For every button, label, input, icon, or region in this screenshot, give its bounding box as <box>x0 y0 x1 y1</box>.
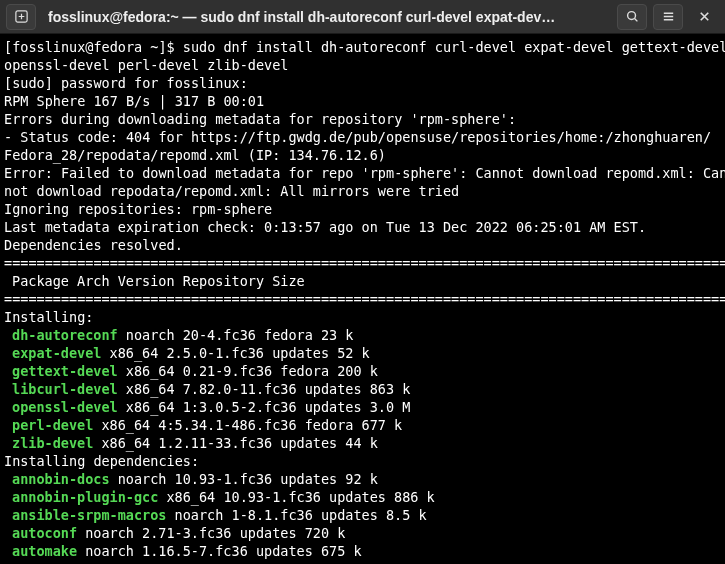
plus-icon <box>14 9 29 24</box>
svg-point-1 <box>627 12 635 20</box>
package-row: zlib-devel x86_64 1.2.11-33.fc36 updates… <box>4 434 721 452</box>
col-package: Package <box>4 273 69 289</box>
rpm-sphere-status: RPM Sphere 167 B/s | 317 B 00:01 <box>4 92 721 110</box>
dep-row: annobin-plugin-gcc x86_64 10.93-1.fc36 u… <box>4 488 721 506</box>
installing-header: Installing: <box>4 308 721 326</box>
table-header: Package Arch Version Repository Size <box>4 272 721 290</box>
package-row: gettext-devel x86_64 0.21-9.fc36 fedora … <box>4 362 721 380</box>
error-line: Error: Failed to download metadata for r… <box>4 164 721 182</box>
command-continuation: openssl-devel perl-devel zlib-devel <box>4 56 721 74</box>
package-name: autoconf <box>12 525 77 541</box>
package-row: libcurl-devel x86_64 7.82.0-11.fc36 upda… <box>4 380 721 398</box>
dep-row: ansible-srpm-macros noarch 1-8.1.fc36 up… <box>4 506 721 524</box>
package-name: automake <box>12 543 77 559</box>
package-name: perl-devel <box>12 417 93 433</box>
prompt-line: [fosslinux@fedora ~]$ sudo dnf install d… <box>4 38 721 56</box>
package-name: annobin-plugin-gcc <box>12 489 158 505</box>
package-name: ansible-srpm-macros <box>12 507 166 523</box>
dep-row: autoconf noarch 2.71-3.fc36 updates 720 … <box>4 524 721 542</box>
error-line: not download repodata/repomd.xml: All mi… <box>4 182 721 200</box>
dep-row: automake noarch 1.16.5-7.fc36 updates 67… <box>4 542 721 560</box>
terminal-output[interactable]: [fosslinux@fedora ~]$ sudo dnf install d… <box>0 34 725 564</box>
sudo-prompt: [sudo] password for fosslinux: <box>4 74 721 92</box>
error-line: Errors during downloading metadata for r… <box>4 110 721 128</box>
col-repository: Repository <box>183 273 264 289</box>
window-titlebar: fosslinux@fedora:~ — sudo dnf install dh… <box>0 0 725 34</box>
package-row: dh-autoreconf noarch 20-4.fc36 fedora 23… <box>4 326 721 344</box>
package-name: expat-devel <box>12 345 101 361</box>
menu-button[interactable] <box>653 4 683 30</box>
col-arch: Arch <box>77 273 110 289</box>
dep-resolved: Dependencies resolved. <box>4 236 721 254</box>
package-name: zlib-devel <box>12 435 93 451</box>
ignore-line: Ignoring repositories: rpm-sphere <box>4 200 721 218</box>
window-title: fosslinux@fedora:~ — sudo dnf install dh… <box>42 9 611 25</box>
package-name: dh-autoreconf <box>12 327 118 343</box>
search-icon <box>625 9 640 24</box>
metadata-check: Last metadata expiration check: 0:13:57 … <box>4 218 721 236</box>
hamburger-icon <box>661 9 676 24</box>
package-row: perl-devel x86_64 4:5.34.1-486.fc36 fedo… <box>4 416 721 434</box>
installing-deps-header: Installing dependencies: <box>4 452 721 470</box>
divider: ========================================… <box>4 254 721 272</box>
divider: ========================================… <box>4 290 721 308</box>
package-name: gettext-devel <box>12 363 118 379</box>
col-version: Version <box>118 273 175 289</box>
close-icon <box>697 9 712 24</box>
close-button[interactable] <box>689 4 719 30</box>
package-name: openssl-devel <box>12 399 118 415</box>
error-line: Fedora_28/repodata/repomd.xml (IP: 134.7… <box>4 146 721 164</box>
package-row: expat-devel x86_64 2.5.0-1.fc36 updates … <box>4 344 721 362</box>
col-size: Size <box>272 273 319 289</box>
dep-row: annobin-docs noarch 10.93-1.fc36 updates… <box>4 470 721 488</box>
package-name: libcurl-devel <box>12 381 118 397</box>
error-line: - Status code: 404 for https://ftp.gwdg.… <box>4 128 721 146</box>
search-button[interactable] <box>617 4 647 30</box>
package-row: openssl-devel x86_64 1:3.0.5-2.fc36 upda… <box>4 398 721 416</box>
new-tab-button[interactable] <box>6 4 36 30</box>
package-name: annobin-docs <box>12 471 110 487</box>
